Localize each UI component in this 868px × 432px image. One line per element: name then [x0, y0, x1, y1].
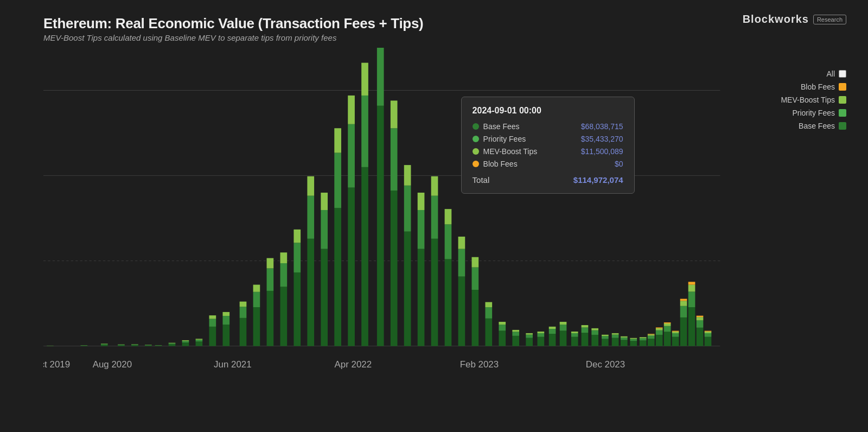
svg-rect-53 — [280, 287, 287, 346]
svg-rect-143 — [648, 339, 655, 346]
svg-rect-42 — [222, 316, 229, 325]
svg-rect-23 — [145, 345, 152, 346]
svg-rect-139 — [630, 338, 637, 339]
svg-rect-129 — [602, 336, 609, 339]
svg-rect-136 — [621, 336, 628, 338]
svg-rect-144 — [648, 336, 655, 339]
svg-rect-51 — [267, 268, 274, 290]
svg-rect-85 — [418, 193, 425, 210]
svg-rect-99 — [485, 307, 492, 319]
svg-rect-71 — [361, 167, 368, 346]
tooltip-total: Total $114,972,074 — [473, 172, 623, 185]
chart-container: Ethereum: Real Economic Value (Transacti… — [0, 0, 868, 432]
legend-label-all: All — [826, 69, 835, 78]
tooltip-value-base: $68,038,715 — [581, 122, 623, 131]
svg-rect-95 — [472, 290, 479, 346]
svg-rect-40 — [209, 315, 216, 319]
svg-rect-163 — [688, 307, 695, 346]
svg-rect-83 — [418, 249, 425, 346]
legend-swatch-blob — [839, 83, 846, 91]
svg-rect-122 — [582, 333, 589, 346]
svg-rect-142 — [640, 337, 647, 338]
svg-rect-118 — [560, 322, 567, 325]
svg-rect-37 — [196, 339, 203, 340]
svg-rect-125 — [591, 335, 598, 346]
svg-rect-110 — [538, 337, 545, 346]
svg-rect-148 — [656, 331, 663, 335]
svg-rect-126 — [591, 331, 598, 335]
svg-rect-140 — [640, 340, 647, 346]
svg-rect-101 — [499, 331, 506, 346]
svg-rect-171 — [705, 337, 712, 346]
svg-rect-60 — [307, 196, 314, 239]
svg-rect-84 — [418, 210, 425, 249]
svg-rect-29 — [169, 344, 176, 346]
svg-rect-105 — [512, 332, 519, 336]
svg-rect-20 — [131, 345, 138, 346]
svg-rect-138 — [630, 339, 637, 341]
svg-rect-54 — [280, 263, 287, 287]
svg-rect-115 — [549, 327, 556, 329]
svg-rect-133 — [612, 333, 619, 335]
svg-rect-151 — [664, 332, 671, 346]
svg-rect-77 — [391, 190, 398, 346]
svg-rect-48 — [253, 292, 260, 307]
svg-rect-112 — [538, 332, 545, 333]
tooltip-dot-blob — [473, 161, 479, 167]
svg-rect-107 — [526, 338, 533, 346]
tooltip-label-base: Base Fees — [483, 122, 520, 131]
svg-rect-67 — [334, 128, 341, 153]
svg-rect-154 — [664, 322, 671, 323]
svg-rect-32 — [182, 342, 189, 346]
svg-rect-108 — [526, 335, 533, 338]
svg-rect-50 — [267, 291, 274, 346]
svg-rect-120 — [571, 333, 578, 337]
svg-rect-109 — [526, 333, 533, 335]
svg-rect-30 — [169, 343, 176, 344]
legend-item-all[interactable]: All — [826, 69, 846, 78]
tooltip-dot-priority — [473, 136, 479, 142]
legend-label-mev: MEV-Boost Tips — [781, 96, 835, 104]
legend-label-base: Base Fees — [799, 122, 835, 130]
svg-rect-16 — [101, 344, 108, 344]
tooltip-dot-mev — [473, 148, 479, 155]
svg-rect-131 — [612, 338, 619, 346]
legend-swatch-priority — [839, 109, 846, 117]
svg-text:Aug 2020: Aug 2020 — [93, 359, 132, 369]
svg-rect-69 — [348, 124, 355, 188]
svg-rect-94 — [458, 237, 465, 249]
svg-rect-103 — [499, 322, 506, 325]
svg-rect-33 — [182, 341, 189, 342]
svg-rect-104 — [512, 336, 519, 346]
svg-rect-90 — [445, 224, 452, 259]
svg-rect-55 — [280, 252, 287, 263]
svg-rect-134 — [621, 340, 628, 346]
main-title: Ethereum: Real Economic Value (Transacti… — [43, 15, 846, 32]
svg-rect-26 — [155, 346, 162, 346]
legend-item-priority[interactable]: Priority Fees — [792, 109, 846, 117]
svg-rect-117 — [560, 325, 567, 331]
svg-rect-88 — [431, 176, 438, 196]
svg-rect-78 — [391, 128, 398, 190]
svg-rect-165 — [688, 285, 695, 292]
legend-item-mev[interactable]: MEV-Boost Tips — [781, 96, 846, 104]
svg-rect-150 — [656, 327, 663, 328]
svg-text:Feb 2023: Feb 2023 — [460, 359, 499, 369]
svg-rect-24 — [145, 345, 152, 346]
svg-rect-128 — [602, 339, 609, 346]
svg-rect-119 — [571, 337, 578, 346]
tooltip-dot-base — [473, 123, 479, 130]
tooltip-date: 2024-09-01 00:00 — [473, 106, 623, 116]
tooltip-row-priority: Priority Fees $35,433,270 — [473, 135, 623, 143]
svg-rect-174 — [705, 331, 712, 332]
legend: All Blob Fees MEV-Boost Tips Priority Fe… — [781, 69, 846, 130]
tooltip-label-priority: Priority Fees — [483, 135, 526, 143]
svg-rect-73 — [361, 63, 368, 96]
svg-rect-156 — [672, 333, 679, 337]
legend-swatch-all — [839, 70, 846, 78]
svg-rect-72 — [361, 96, 368, 167]
tooltip-label-mev: MEV-Boost Tips — [483, 147, 538, 156]
tooltip-value-priority: $35,433,270 — [581, 135, 623, 143]
legend-item-blob[interactable]: Blob Fees — [801, 82, 846, 91]
legend-item-base[interactable]: Base Fees — [799, 122, 846, 130]
